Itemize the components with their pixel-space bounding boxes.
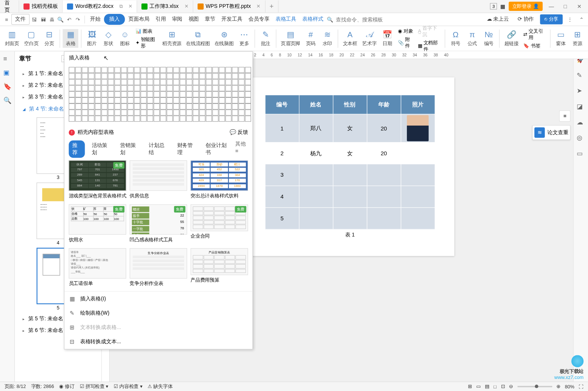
grid-cell[interactable] (108, 91, 114, 97)
template-item[interactable]: 饮矿苏茶饮合格50505050总数100100100100免费饮用水 (69, 204, 126, 245)
spell-check[interactable]: ☑ 拼写检查 ▾ (80, 383, 108, 390)
grid-cell[interactable] (140, 97, 146, 103)
grid-cell[interactable] (238, 109, 244, 115)
grid-cell[interactable] (140, 67, 146, 73)
grid-cell[interactable] (199, 103, 205, 109)
grid-cell[interactable] (154, 97, 160, 103)
menu-insert[interactable]: 插入 (104, 14, 125, 25)
print-icon[interactable]: 🖶 (48, 15, 56, 23)
grid-cell[interactable] (108, 73, 114, 79)
grid-cell[interactable] (88, 115, 94, 121)
grid-cell[interactable] (232, 67, 238, 73)
grid-cell[interactable] (114, 79, 120, 85)
bookmark[interactable]: 🔖书签 (522, 42, 548, 50)
grid-cell[interactable] (75, 109, 81, 115)
grid-cell[interactable] (82, 97, 88, 103)
grid-cell[interactable] (101, 103, 107, 109)
grid-cell[interactable] (69, 97, 75, 103)
grid-cell[interactable] (225, 103, 232, 109)
grid-cell[interactable] (186, 73, 192, 79)
grid-cell[interactable] (134, 103, 140, 109)
cell[interactable] (401, 164, 435, 186)
grid-cell[interactable] (88, 97, 94, 103)
cell[interactable] (333, 164, 367, 186)
grid-cell[interactable] (167, 67, 173, 73)
temp-tab-0[interactable]: 推荐 (69, 140, 85, 158)
grid-cell[interactable] (128, 67, 134, 73)
temp-tab-4[interactable]: 财务管理 (174, 140, 198, 158)
date[interactable]: 📅日期 (379, 29, 395, 48)
cell[interactable] (367, 186, 401, 208)
feedback-link[interactable]: 💬 反馈 (230, 129, 248, 136)
cell[interactable]: 女 (333, 114, 367, 142)
grid-cell[interactable] (193, 103, 199, 109)
apps-icon[interactable]: ▦ (500, 3, 505, 9)
forms[interactable]: ▭窗体 (553, 29, 569, 48)
grid-cell[interactable] (245, 109, 251, 115)
view-mode-icon[interactable]: □ (494, 384, 497, 389)
grid-cell[interactable] (180, 97, 186, 103)
grid-cell[interactable] (219, 85, 225, 91)
template-item[interactable]: 请假单姓名___ 部门___□事假 □病假 □婚假 □产假 □其他请假___请假… (69, 248, 126, 289)
grid-cell[interactable] (154, 79, 160, 85)
grid-cell[interactable] (101, 91, 107, 97)
tab-word-doc[interactable]: Word教程2.docx⧉✕ (62, 0, 137, 12)
th-id[interactable]: 编号 (265, 95, 299, 114)
grid-cell[interactable] (128, 91, 134, 97)
grid-cell[interactable] (160, 109, 166, 115)
zoom-in[interactable]: ⊕ (556, 384, 560, 389)
search-icon[interactable]: 🔍 (3, 97, 11, 105)
grid-cell[interactable] (69, 73, 75, 79)
grid-cell[interactable] (180, 67, 186, 73)
grid-cell[interactable] (82, 109, 88, 115)
menu-member[interactable]: 会员专享 (246, 14, 272, 25)
grid-cell[interactable] (232, 85, 238, 91)
template-item[interactable]: 休闲射击797701149828984123754513167688414078… (69, 161, 126, 201)
grid-cell[interactable] (121, 97, 127, 103)
tab-close-icon[interactable]: ✕ (256, 3, 260, 9)
grid-cell[interactable] (101, 97, 107, 103)
grid-cell[interactable] (95, 79, 101, 85)
grid-cell[interactable] (199, 97, 205, 103)
grid-cell[interactable] (134, 85, 140, 91)
header-footer[interactable]: ▤页眉页脚 (279, 29, 302, 48)
grid-cell[interactable] (147, 73, 153, 79)
maximize-button[interactable]: □ (560, 3, 571, 9)
cell[interactable]: 2 (265, 142, 299, 164)
grid-cell[interactable] (75, 103, 81, 109)
menu-view[interactable]: 视图 (186, 14, 202, 25)
menu-tabletools[interactable]: 表格工具 (273, 14, 299, 25)
grid-cell[interactable] (225, 91, 232, 97)
grid-cell[interactable] (160, 67, 166, 73)
grid-cell[interactable] (114, 91, 120, 97)
grid-cell[interactable] (186, 109, 192, 115)
grid-cell[interactable] (134, 73, 140, 79)
grid-cell[interactable] (245, 97, 251, 103)
grid-cell[interactable] (186, 97, 192, 103)
mindmap[interactable]: ⊛在线脑图 (213, 29, 236, 48)
grid-cell[interactable] (238, 79, 244, 85)
grid-cell[interactable] (206, 109, 212, 115)
grid-cell[interactable] (128, 85, 134, 91)
grid-cell[interactable] (95, 97, 101, 103)
grid-cell[interactable] (147, 103, 153, 109)
tab-close-icon[interactable]: ✕ (128, 3, 132, 9)
grid-cell[interactable] (82, 103, 88, 109)
grid-cell[interactable] (114, 85, 120, 91)
cell[interactable]: 4 (265, 186, 299, 208)
tab-close-icon[interactable]: ✕ (184, 3, 188, 9)
grid-cell[interactable] (225, 85, 232, 91)
more-icon[interactable]: ⋮ (566, 15, 574, 23)
dropcap[interactable]: A̲首字下沉 (416, 24, 442, 38)
grid-cell[interactable] (193, 73, 199, 79)
menu-layout[interactable]: 页面布局 (126, 14, 152, 25)
grid-cell[interactable] (95, 103, 101, 109)
layout-icon[interactable]: 3 (490, 3, 497, 9)
chart[interactable]: 📊图表 (134, 27, 160, 35)
grid-cell[interactable] (128, 109, 134, 115)
page-number[interactable]: #页码 (303, 29, 319, 48)
grid-cell[interactable] (160, 115, 166, 121)
table-button[interactable]: ▦表格 (63, 29, 79, 48)
grid-cell[interactable] (140, 103, 146, 109)
grid-cell[interactable] (121, 73, 127, 79)
